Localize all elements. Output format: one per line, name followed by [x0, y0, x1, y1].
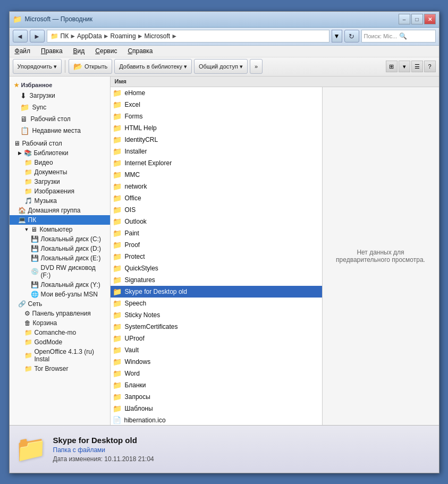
sidebar-downloads[interactable]: ⬇ Загрузки: [10, 90, 110, 101]
file-item-ie[interactable]: 📁 Internet Explorer: [111, 157, 322, 169]
sidebar-comanche[interactable]: 📁 Comanche-mo: [10, 328, 110, 337]
file-item-stickynotes[interactable]: 📁 Sticky Notes: [111, 309, 322, 321]
view-details-button[interactable]: ⊞: [386, 61, 398, 72]
file-item-hibernation[interactable]: 📄 hibernation.ico: [111, 414, 322, 425]
forward-button[interactable]: ►: [30, 30, 45, 43]
more-button[interactable]: »: [250, 59, 263, 74]
sidebar-msn[interactable]: 🌐 Мои веб-узлы MSN: [10, 290, 110, 299]
libraries-icon: 📚: [24, 149, 32, 157]
sidebar-homegroup[interactable]: 🏠 Домашняя группа: [10, 206, 110, 215]
file-item-blanki[interactable]: 📁 Бланки: [111, 379, 322, 391]
file-item-installer[interactable]: 📁 Installer: [111, 146, 322, 157]
sidebar-sync[interactable]: 📁 Sync: [10, 101, 110, 113]
menu-edit[interactable]: Правка: [39, 46, 65, 56]
file-item-proof[interactable]: 📁 Proof: [111, 239, 322, 251]
folder-icon: 📁: [113, 346, 122, 354]
file-item-skype[interactable]: 📁 Skype for Desktop old: [111, 286, 322, 298]
disk-y-icon: 💾: [31, 281, 39, 288]
organize-label: Упорядочить ▾: [18, 63, 57, 70]
file-item-mmc[interactable]: 📁 MMC: [111, 169, 322, 181]
sidebar-video[interactable]: 📁 Видео: [10, 158, 110, 167]
add-library-button[interactable]: Добавить в библиотеку ▾: [114, 59, 192, 74]
file-item-shablony[interactable]: 📁 Шаблоны: [111, 403, 322, 414]
list-area-wrapper: 📁 eHome 📁 Excel 📁 Forms 📁 HTML Help: [111, 87, 439, 425]
sidebar-dvd-f[interactable]: 💿 DVD RW дисковод (F:): [10, 263, 110, 280]
godmode-icon: 📁: [24, 338, 32, 346]
sidebar-computer[interactable]: ▼ 🖥 Компьютер: [10, 225, 110, 234]
sidebar-libraries[interactable]: ▶ 📚 Библиотеки: [10, 148, 110, 158]
file-item-outlook[interactable]: 📁 Outlook: [111, 216, 322, 227]
file-item-paint[interactable]: 📁 Paint: [111, 227, 322, 239]
sidebar-disk-e[interactable]: 💾 Локальный диск (E:): [10, 253, 110, 263]
help-button[interactable]: ?: [424, 61, 436, 72]
address-dropdown-button[interactable]: ▼: [332, 30, 342, 43]
file-item-protect[interactable]: 📁 Protect: [111, 251, 322, 262]
file-item-forms[interactable]: 📁 Forms: [111, 111, 322, 122]
back-button[interactable]: ◄: [13, 30, 28, 43]
sidebar-documents[interactable]: 📁 Документы: [10, 167, 110, 177]
images-icon: 📁: [24, 188, 32, 195]
file-item-uproof[interactable]: 📁 UProof: [111, 333, 322, 344]
menu-tools[interactable]: Сервис: [93, 46, 119, 56]
refresh-button[interactable]: ↻: [344, 30, 359, 43]
file-item-network[interactable]: 📁 network: [111, 181, 322, 192]
file-item-vault[interactable]: 📁 Vault: [111, 344, 322, 356]
file-item-quickstyles[interactable]: 📁 QuickStyles: [111, 262, 322, 274]
address-field[interactable]: 📁 ПК ► AppData ► Roaming ► Microsoft ►: [47, 30, 329, 43]
disk-e-icon: 💾: [31, 254, 39, 262]
file-item-signatures[interactable]: 📁 Signatures: [111, 274, 322, 286]
file-item-ehome[interactable]: 📁 eHome: [111, 87, 322, 99]
msn-icon: 🌐: [31, 291, 39, 298]
folder-icon: 📁: [113, 159, 122, 167]
file-item-zapros[interactable]: 📁 Запросы: [111, 391, 322, 403]
view-list-button[interactable]: ☰: [411, 61, 423, 72]
menu-view[interactable]: Вид: [71, 46, 87, 56]
folder-icon: 📁: [113, 276, 122, 284]
sidebar-godmode[interactable]: 📁 GodMode: [10, 337, 110, 347]
sidebar-desktop[interactable]: 🖥 Рабочий стол: [10, 113, 110, 125]
sidebar-disk-c[interactable]: 💾 Локальный диск (C:): [10, 234, 110, 244]
sidebar-downloads2[interactable]: 📁 Загрузки: [10, 177, 110, 186]
organize-button[interactable]: Упорядочить ▾: [13, 59, 62, 74]
folder-icon: 📁: [113, 252, 122, 261]
view-dropdown-button[interactable]: ▾: [399, 61, 410, 72]
file-item-speech[interactable]: 📁 Speech: [111, 298, 322, 309]
file-item-systemcerts[interactable]: 📁 SystemCertificates: [111, 321, 322, 333]
folder-icon: 📁: [113, 229, 122, 237]
sidebar-pc[interactable]: 💻 ПК: [10, 215, 110, 225]
sidebar-disk-d[interactable]: 💾 Локальный диск (D:): [10, 244, 110, 253]
downloads2-icon: 📁: [24, 178, 32, 185]
toolbar: Упорядочить ▾ 📂 Открыть Добавить в библи…: [10, 57, 439, 77]
sidebar-music[interactable]: 🎵 Музыка: [10, 196, 110, 206]
sidebar-recycle[interactable]: 🗑 Корзина: [10, 318, 110, 328]
folder-icon: 📁: [113, 171, 122, 179]
minimize-button[interactable]: –: [399, 14, 410, 24]
sidebar-desktop-root[interactable]: 🖥 Рабочий стол: [10, 139, 110, 148]
skype-folder-name: Skype for Desktop old: [125, 288, 187, 295]
share-button[interactable]: Общий доступ ▾: [194, 59, 248, 74]
file-item-htmlhelp[interactable]: 📁 HTML Help: [111, 122, 322, 134]
search-box[interactable]: Поиск: Mic... 🔍: [361, 30, 436, 43]
menu-help[interactable]: Справка: [125, 46, 155, 56]
star-icon: ★: [14, 82, 19, 89]
sidebar-tor[interactable]: 📁 Tor Browser: [10, 364, 110, 373]
sidebar-openoffice[interactable]: 📁 OpenOffice 4.1.3 (ru) Instal: [10, 347, 110, 364]
sidebar-control-panel[interactable]: ⚙ Панель управления: [10, 309, 110, 318]
sidebar-disk-y[interactable]: 💾 Локальный диск (Y:): [10, 280, 110, 290]
file-item-ois[interactable]: 📁 OIS: [111, 204, 322, 216]
expand-libraries-icon: ▶: [18, 150, 22, 156]
breadcrumb-appdata: AppData: [77, 32, 102, 40]
sidebar-images[interactable]: 📁 Изображения: [10, 186, 110, 196]
expand-computer-icon: ▼: [24, 227, 29, 232]
file-item-identitycrl[interactable]: 📁 IdentityCRL: [111, 134, 322, 146]
file-item-office[interactable]: 📁 Office: [111, 192, 322, 204]
maximize-button[interactable]: □: [411, 14, 423, 24]
file-item-word[interactable]: 📁 Word: [111, 368, 322, 379]
close-button[interactable]: ✕: [424, 14, 436, 24]
sidebar-network[interactable]: 🔗 Сеть: [10, 299, 110, 309]
file-item-windows[interactable]: 📁 Windows: [111, 356, 322, 368]
menu-file[interactable]: Файл: [13, 46, 33, 56]
file-item-excel[interactable]: 📁 Excel: [111, 99, 322, 111]
sidebar-recent[interactable]: 📋 Недавние места: [10, 125, 110, 137]
open-button[interactable]: 📂 Открыть: [69, 59, 112, 74]
